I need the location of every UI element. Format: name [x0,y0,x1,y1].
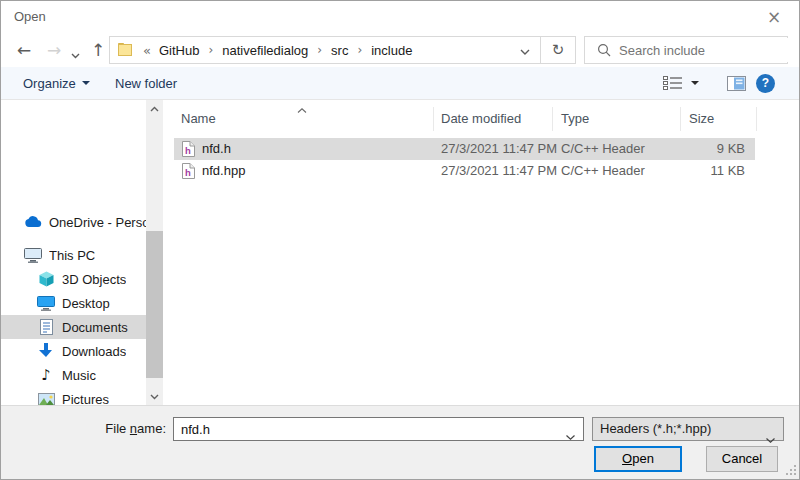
search-input[interactable] [619,38,795,62]
cube-3d-icon [37,270,55,288]
file-name-input[interactable] [174,418,583,440]
cancel-button[interactable]: Cancel [706,446,778,472]
sidebar-item-label: Downloads [62,344,126,359]
resize-grip[interactable] [786,464,797,479]
sidebar-item-label: Documents [62,320,128,335]
column-header-row: Name Date modified Type Size [173,105,799,132]
sidebar-item-label: Pictures [62,392,109,406]
file-size: 11 KB [681,163,745,178]
sidebar-item-downloads[interactable]: Downloads [1,339,146,363]
command-toolbar: Organize New folder ? [1,67,799,100]
breadcrumb-item[interactable]: nativefiledialog [220,43,310,58]
preview-pane-icon [727,76,746,91]
organize-label: Organize [23,76,76,91]
dialog-title: Open [14,9,46,24]
details-view-icon [663,75,683,90]
scrollbar-thumb[interactable] [146,231,163,378]
scroll-down-icon[interactable] [146,388,163,405]
chevron-down-icon [82,81,90,85]
folder-icon [118,42,135,59]
change-view-button[interactable] [663,75,699,90]
forward-button[interactable]: → [43,39,65,61]
column-divider[interactable] [680,107,681,131]
breadcrumb-separator-icon: › [310,43,329,57]
breadcrumb-item[interactable]: GitHub [157,43,201,58]
file-row-nfd-hpp[interactable]: h nfd.hpp 27/3/2021 11:47 PM C/C++ Heade… [174,160,755,182]
column-header-name[interactable]: Name [181,111,216,126]
svg-text:h: h [185,145,191,156]
recent-locations-chevron-icon[interactable] [71,47,80,62]
file-type: C/C++ Header [561,163,645,178]
file-list: Name Date modified Type Size h nfd.h 27/… [173,100,799,405]
file-name: nfd.hpp [202,163,245,178]
scroll-up-icon[interactable] [146,100,163,117]
column-divider[interactable] [552,107,553,131]
svg-text:h: h [185,167,191,178]
refresh-icon[interactable]: ↻ [541,41,575,59]
column-header-size[interactable]: Size [689,111,714,126]
column-divider[interactable] [433,107,434,131]
column-header-type[interactable]: Type [561,111,589,126]
onedrive-cloud-icon [24,213,42,231]
sidebar-item-label: This PC [49,248,95,263]
up-button[interactable]: ↑ [87,39,109,61]
sidebar-item-documents[interactable]: Documents [1,315,146,339]
header-file-icon: h [182,163,195,182]
new-folder-label: New folder [115,76,177,91]
picture-icon [37,390,55,405]
sidebar-item-label: Music [62,368,96,383]
sidebar-item-onedrive[interactable]: OneDrive - Person [1,210,146,234]
chevron-down-icon [691,81,699,85]
file-type-select[interactable]: Headers (*.h;*.hpp) [592,417,784,441]
file-name: nfd.h [202,141,231,156]
sidebar-item-pictures[interactable]: Pictures [1,387,146,405]
file-date-modified: 27/3/2021 11:47 PM [441,141,557,156]
organize-button[interactable]: Organize [23,67,90,99]
document-icon [37,318,55,336]
file-date-modified: 27/3/2021 11:47 PM [441,163,557,178]
column-divider[interactable] [756,107,757,131]
open-button[interactable]: Open [594,446,682,472]
navigation-pane: OneDrive - Person This PC 3D Objects Des… [1,100,146,405]
sidebar-item-label: OneDrive - Person [49,215,146,230]
breadcrumb-overflow-chevron[interactable]: « [143,43,157,58]
file-type: C/C++ Header [561,141,645,156]
back-button[interactable]: ← [13,39,35,61]
file-name-dropdown-chevron-icon[interactable] [566,428,575,443]
file-row-nfd-h[interactable]: h nfd.h 27/3/2021 11:47 PM C/C++ Header … [174,138,755,160]
sidebar-item-music[interactable]: ♪ Music [1,363,146,387]
close-icon[interactable]: × [762,6,786,28]
download-arrow-icon [37,342,55,360]
dialog-content: OneDrive - Person This PC 3D Objects Des… [1,100,799,405]
header-file-icon: h [182,141,195,160]
breadcrumb-item[interactable]: src [329,43,350,58]
sidebar-item-this-pc[interactable]: This PC [1,243,146,267]
file-name-label: File name: [1,417,166,441]
desktop-monitor-icon [37,294,55,312]
new-folder-button[interactable]: New folder [115,67,177,99]
sidebar-scrollbar[interactable] [146,100,163,405]
breadcrumb-separator-icon: › [350,43,369,57]
sidebar-item-label: 3D Objects [62,272,126,287]
dialog-footer: File name: Headers (*.h;*.hpp) Open Canc… [1,405,799,480]
sort-ascending-icon [297,101,307,116]
breadcrumb-item[interactable]: include [369,43,414,58]
search-icon [597,43,611,57]
file-name-combobox [173,417,584,441]
sidebar-item-3d-objects[interactable]: 3D Objects [1,267,146,291]
search-box [584,36,788,64]
address-bar[interactable]: « GitHub › nativefiledialog › src › incl… [109,36,576,64]
computer-icon [24,246,42,264]
music-note-icon: ♪ [37,366,55,384]
column-header-date-modified[interactable]: Date modified [441,111,521,126]
help-button[interactable]: ? [756,74,775,93]
title-bar: Open × [1,1,799,33]
address-dropdown-chevron-icon[interactable] [510,43,540,58]
open-file-dialog: Open × ← → ↑ « GitHub › nativefiledialog… [0,0,800,480]
file-size: 9 KB [681,141,745,156]
sidebar-item-desktop[interactable]: Desktop [1,291,146,315]
file-type-value: Headers (*.h;*.hpp) [600,421,711,436]
help-question-icon: ? [762,76,769,90]
breadcrumb-separator-icon: › [201,43,220,57]
preview-pane-button[interactable] [727,76,746,94]
